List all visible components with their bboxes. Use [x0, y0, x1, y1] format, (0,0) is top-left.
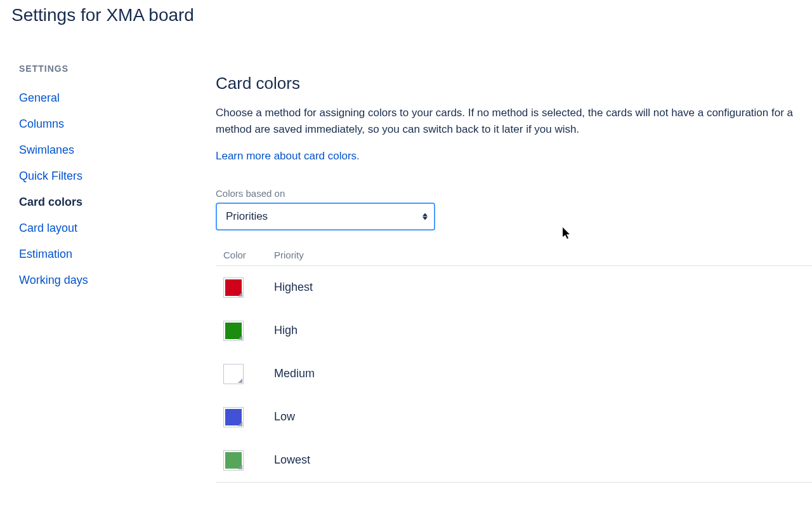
main-content: Card colors Choose a method for assignin… [216, 64, 812, 483]
section-title: Card colors [216, 74, 812, 93]
page-title: Settings for XMA board [0, 0, 812, 25]
color-swatch-low[interactable] [223, 407, 244, 427]
color-swatch-lowest[interactable] [223, 450, 244, 471]
sidebar-item-quick-filters[interactable]: Quick Filters [19, 163, 216, 189]
table-divider [216, 482, 812, 483]
sidebar-item-general[interactable]: General [19, 85, 216, 111]
swatch-picker-icon [238, 465, 242, 469]
colors-based-on-select[interactable]: Priorities [216, 203, 435, 231]
swatch-picker-icon [238, 292, 242, 297]
swatch-picker-icon [238, 335, 242, 340]
table-row: High [216, 309, 812, 352]
priority-name: Medium [274, 367, 315, 380]
colors-based-on-label: Colors based on [216, 188, 812, 199]
sidebar-item-swimlanes[interactable]: Swimlanes [19, 137, 216, 163]
table-row: Highest [216, 266, 812, 309]
color-swatch-high[interactable] [223, 321, 244, 341]
color-swatch-medium[interactable] [223, 364, 244, 384]
sidebar-item-estimation[interactable]: Estimation [19, 241, 216, 267]
priority-name: Low [274, 410, 295, 424]
table-row: Low [216, 396, 812, 439]
column-header-priority: Priority [274, 250, 304, 260]
table-row: Lowest [216, 439, 812, 482]
sidebar-item-card-layout[interactable]: Card layout [19, 215, 216, 241]
sidebar-item-columns[interactable]: Columns [19, 111, 216, 137]
sidebar-item-working-days[interactable]: Working days [19, 267, 216, 293]
swatch-picker-icon [238, 378, 242, 383]
learn-more-link[interactable]: Learn more about card colors. [216, 150, 360, 163]
swatch-picker-icon [238, 422, 242, 426]
column-header-color: Color [223, 250, 274, 260]
priority-name: High [274, 324, 298, 337]
priority-name: Highest [274, 281, 313, 294]
select-value: Priorities [226, 210, 268, 223]
settings-sidebar: SETTINGS General Columns Swimlanes Quick… [0, 64, 216, 483]
color-swatch-highest[interactable] [223, 277, 244, 298]
sidebar-item-card-colors[interactable]: Card colors [19, 189, 216, 215]
priority-table-header: Color Priority [216, 250, 812, 266]
priority-name: Lowest [274, 453, 310, 467]
priority-table: Color Priority Highest [216, 250, 812, 483]
table-row: Medium [216, 352, 812, 396]
section-description: Choose a method for assigning colors to … [216, 105, 812, 138]
sidebar-heading: SETTINGS [19, 64, 216, 74]
